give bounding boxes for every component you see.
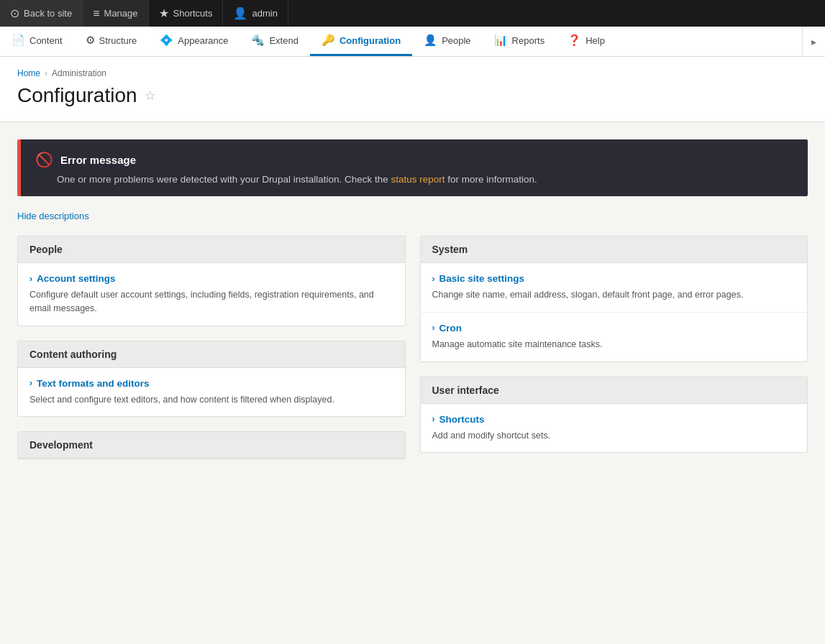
favorite-star-icon[interactable]: ☆ <box>145 88 156 104</box>
account-settings-desc: Configure default user account settings,… <box>29 288 393 316</box>
expand-nav-button[interactable]: ▸ <box>802 27 825 56</box>
text-formats-chevron-icon: › <box>29 378 32 388</box>
user-interface-section-header: User interface <box>421 377 808 404</box>
breadcrumb: Home › Administration <box>17 68 808 78</box>
tab-reports[interactable]: 📊 Reports <box>483 27 557 56</box>
cron-desc: Manage automatic site maintenance tasks. <box>432 338 796 351</box>
two-column-layout: People › Account settings Configure defa… <box>17 236 808 474</box>
reports-tab-icon: 📊 <box>494 34 508 47</box>
shortcuts-item-chevron-icon: › <box>432 414 435 424</box>
back-icon: ⊙ <box>10 6 19 20</box>
status-report-link[interactable]: status report <box>391 174 445 185</box>
content-tab-icon: 📄 <box>12 34 25 47</box>
page-title-row: Configuration ☆ <box>17 84 808 107</box>
error-icon: 🚫 <box>35 151 53 168</box>
basic-site-settings-chevron-icon: › <box>432 274 435 284</box>
shortcuts-item-link[interactable]: Shortcuts <box>439 414 485 425</box>
tab-configuration[interactable]: 🔑 Configuration <box>310 27 412 56</box>
error-body-end: for more information. <box>445 174 537 185</box>
development-section-header: Development <box>18 432 405 459</box>
content-authoring-section-header: Content authoring <box>18 341 405 368</box>
account-settings-title-row: › Account settings <box>29 273 393 284</box>
development-section: Development <box>17 431 406 459</box>
breadcrumb-current: Administration <box>52 68 106 78</box>
tab-help[interactable]: ❓ Help <box>556 27 616 56</box>
people-section: People › Account settings Configure defa… <box>17 236 406 326</box>
account-settings-chevron-icon: › <box>29 274 32 284</box>
basic-site-settings-title-row: › Basic site settings <box>432 273 796 284</box>
page-header: Home › Administration Configuration ☆ <box>0 57 825 122</box>
error-title: Error message <box>60 154 136 166</box>
hide-descriptions-link[interactable]: Hide descriptions <box>17 211 808 221</box>
error-title-row: 🚫 Error message <box>35 151 793 168</box>
shortcuts-item: › Shortcuts Add and modify shortcut sets… <box>421 404 808 453</box>
right-column: System › Basic site settings Change site… <box>420 236 808 467</box>
basic-site-settings-link[interactable]: Basic site settings <box>439 273 525 284</box>
main-content: 🚫 Error message One or more problems wer… <box>0 122 825 491</box>
cron-title-row: › Cron <box>432 323 796 334</box>
manage-icon: ≡ <box>93 7 99 20</box>
content-authoring-section: Content authoring › Text formats and edi… <box>17 341 406 418</box>
page-title: Configuration <box>17 84 137 107</box>
error-message-box: 🚫 Error message One or more problems wer… <box>17 139 808 196</box>
left-column: People › Account settings Configure defa… <box>17 236 406 474</box>
text-formats-title-row: › Text formats and editors <box>29 378 393 389</box>
back-to-site-button[interactable]: ⊙ Back to site <box>0 0 83 27</box>
text-formats-item: › Text formats and editors Select and co… <box>18 368 405 417</box>
people-tab-icon: 👤 <box>424 34 437 47</box>
basic-site-settings-item: › Basic site settings Change site name, … <box>421 263 808 313</box>
tab-extend[interactable]: 🔩 Extend <box>240 27 309 56</box>
shortcuts-item-desc: Add and modify shortcut sets. <box>432 429 796 443</box>
nav-tabs: 📄 Content ⚙ Structure 💠 Appearance 🔩 Ext… <box>0 27 825 57</box>
help-tab-icon: ❓ <box>568 34 581 47</box>
configuration-tab-icon: 🔑 <box>322 34 335 47</box>
text-formats-link[interactable]: Text formats and editors <box>37 378 150 389</box>
system-section-header: System <box>421 236 808 263</box>
manage-button[interactable]: ≡ Manage <box>83 0 148 27</box>
cron-chevron-icon: › <box>432 323 435 333</box>
breadcrumb-separator: › <box>45 68 47 78</box>
basic-site-settings-desc: Change site name, email address, slogan,… <box>432 288 796 302</box>
system-section: System › Basic site settings Change site… <box>420 236 808 362</box>
error-body-text: One or more problems were detected with … <box>57 174 391 185</box>
cron-item: › Cron Manage automatic site maintenance… <box>421 313 808 362</box>
extend-tab-icon: 🔩 <box>251 34 265 47</box>
user-interface-section: User interface › Shortcuts Add and modif… <box>420 377 808 454</box>
cron-link[interactable]: Cron <box>439 323 462 334</box>
structure-tab-icon: ⚙ <box>86 34 95 47</box>
text-formats-desc: Select and configure text editors, and h… <box>29 393 393 407</box>
tab-structure[interactable]: ⚙ Structure <box>74 27 149 56</box>
tab-content[interactable]: 📄 Content <box>0 27 74 56</box>
admin-bar: ⊙ Back to site ≡ Manage ★ Shortcuts 👤 ad… <box>0 0 825 27</box>
breadcrumb-home[interactable]: Home <box>17 68 40 78</box>
people-section-header: People <box>18 236 405 263</box>
user-icon: 👤 <box>233 6 247 20</box>
tab-people[interactable]: 👤 People <box>412 27 482 56</box>
appearance-tab-icon: 💠 <box>160 34 173 47</box>
account-settings-link[interactable]: Account settings <box>37 273 116 284</box>
admin-user-button[interactable]: 👤 admin <box>223 0 288 27</box>
account-settings-item: › Account settings Configure default use… <box>18 263 405 326</box>
shortcuts-button[interactable]: ★ Shortcuts <box>149 0 224 27</box>
shortcuts-icon: ★ <box>159 6 169 20</box>
error-body: One or more problems were detected with … <box>35 174 793 185</box>
shortcuts-title-row: › Shortcuts <box>432 414 796 425</box>
tab-appearance[interactable]: 💠 Appearance <box>148 27 240 56</box>
